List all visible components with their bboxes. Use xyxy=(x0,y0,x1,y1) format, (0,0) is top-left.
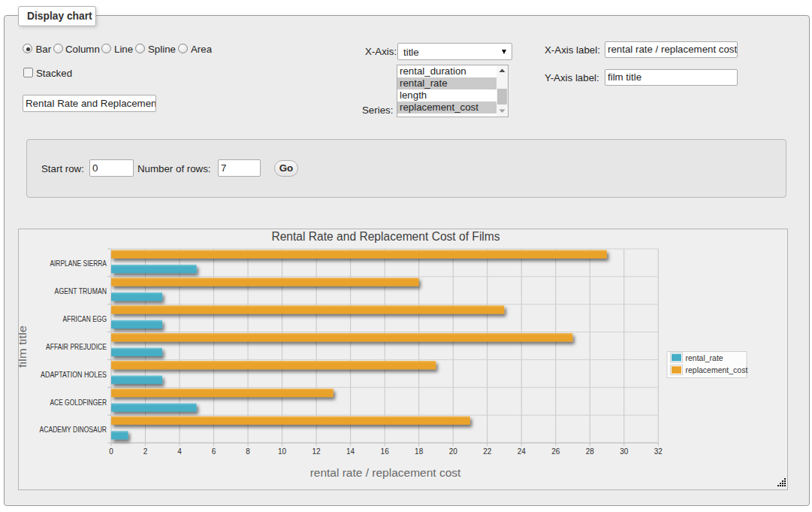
svg-text:20: 20 xyxy=(449,447,458,456)
svg-text:ADAPTATION HOLES: ADAPTATION HOLES xyxy=(41,371,107,379)
svg-text:ACE GOLDFINGER: ACE GOLDFINGER xyxy=(50,398,107,407)
svg-text:6: 6 xyxy=(212,447,216,456)
svg-text:ACADEMY DINOSAUR: ACADEMY DINOSAUR xyxy=(40,426,107,434)
svg-text:14: 14 xyxy=(346,447,355,456)
svg-text:AFFAIR PREJUDICE: AFFAIR PREJUDICE xyxy=(46,343,107,351)
svg-text:26: 26 xyxy=(551,447,560,456)
svg-text:replacement_cost: replacement_cost xyxy=(686,365,748,374)
svg-text:0: 0 xyxy=(109,447,113,456)
svg-text:30: 30 xyxy=(620,447,629,456)
svg-text:AIRPLANE SIERRA: AIRPLANE SIERRA xyxy=(50,259,107,268)
svg-text:Rental Rate and Replacement Co: Rental Rate and Replacement Cost of Film… xyxy=(271,230,500,243)
svg-text:28: 28 xyxy=(586,447,595,456)
svg-text:rental rate / replacement cost: rental rate / replacement cost xyxy=(310,466,461,479)
svg-text:film title: film title xyxy=(19,326,29,368)
svg-text:32: 32 xyxy=(654,447,663,456)
svg-text:8: 8 xyxy=(246,447,250,456)
svg-text:AFRICAN EGG: AFRICAN EGG xyxy=(63,315,107,323)
svg-text:16: 16 xyxy=(381,447,390,456)
svg-text:2: 2 xyxy=(143,447,148,456)
svg-text:AGENT TRUMAN: AGENT TRUMAN xyxy=(55,287,107,295)
svg-text:12: 12 xyxy=(312,447,321,456)
svg-text:rental_rate: rental_rate xyxy=(686,353,723,362)
svg-text:18: 18 xyxy=(415,447,424,456)
svg-text:4: 4 xyxy=(177,447,182,456)
svg-text:24: 24 xyxy=(518,447,527,456)
svg-text:22: 22 xyxy=(483,447,492,456)
svg-text:10: 10 xyxy=(278,447,287,456)
